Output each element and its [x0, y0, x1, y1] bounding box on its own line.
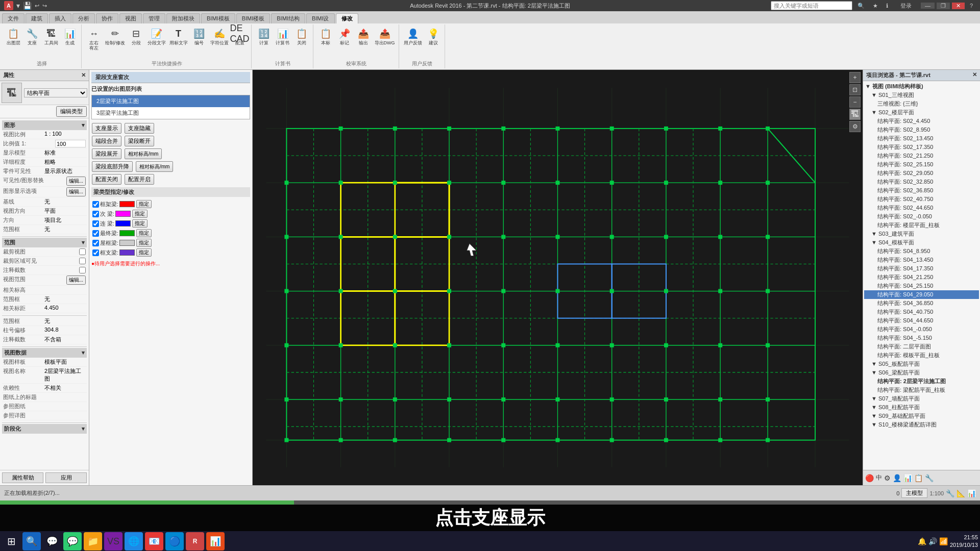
properties-close[interactable]: ✕: [81, 72, 86, 79]
main-model-btn[interactable]: 主模型: [901, 488, 927, 498]
taskbar-app-ppt[interactable]: 📊: [206, 532, 225, 550]
start-button[interactable]: ⊞: [2, 532, 20, 550]
btn-suggest[interactable]: 💡 建议: [424, 26, 443, 47]
pb-icon-4[interactable]: 👤: [893, 474, 901, 482]
tree-s04[interactable]: ▼ S04_模板平面: [864, 238, 979, 247]
status-icon-2[interactable]: 📐: [957, 489, 965, 497]
tree-s01[interactable]: ▼ S01_三维视图: [864, 91, 979, 99]
taskbar-app-search[interactable]: 🔍: [22, 532, 41, 550]
login-btn[interactable]: 登录: [897, 2, 915, 10]
tree-s04-template-col[interactable]: 结构平面: 模板平面_柱板: [864, 351, 979, 360]
checkbox-frame[interactable]: [92, 201, 99, 208]
btn-seg-text[interactable]: 📝 分段文字: [146, 26, 167, 47]
taskbar-app-blue[interactable]: 🔵: [165, 532, 184, 550]
match-close-btn[interactable]: 配置关闭: [92, 174, 121, 185]
close-btn[interactable]: ✕: [952, 3, 965, 9]
assign-conn-btn[interactable]: 指定: [132, 219, 148, 228]
quick-redo[interactable]: ↪: [42, 3, 47, 9]
merge-off-btn[interactable]: 梁段断开: [125, 136, 154, 146]
pb-icon-5[interactable]: 📊: [903, 474, 912, 482]
scale-input[interactable]: [55, 140, 86, 147]
btn-calc[interactable]: 🔢 计算: [255, 26, 273, 47]
tree-s04-40750[interactable]: 结构平面: S04_40.750: [864, 308, 979, 316]
btn-export-dwg[interactable]: 📤 导出DWG: [373, 26, 397, 47]
expand-bottom-btn[interactable]: 梁段底部升降: [92, 161, 133, 172]
tab-bimi-floor[interactable]: BIMI楼板: [236, 13, 271, 23]
btn-mark[interactable]: 📌 标记: [335, 26, 354, 47]
checkbox-transfer[interactable]: [92, 249, 99, 256]
tree-s03[interactable]: ▼ S03_建筑平面: [864, 230, 979, 238]
tree-s02-25150[interactable]: 结构平面: S02_25.150: [864, 160, 979, 169]
tree-s09[interactable]: ▼ S09_基础配筋平面: [864, 412, 979, 420]
quick-save[interactable]: 💾: [23, 2, 32, 10]
tab-guanli[interactable]: 管理: [143, 13, 165, 23]
assign-roof-btn[interactable]: 指定: [136, 239, 152, 247]
show-support-btn[interactable]: 支座显示: [92, 123, 121, 134]
project-browser-close[interactable]: ✕: [972, 71, 977, 79]
canvas-zoom-fit[interactable]: ⊡: [849, 84, 861, 95]
merge-segment-btn[interactable]: 端段合并: [92, 136, 121, 146]
tree-s04-36850[interactable]: 结构平面: S04_36.850: [864, 299, 979, 308]
crop-region-check[interactable]: [79, 248, 86, 256]
checkbox-final[interactable]: [92, 230, 99, 237]
edit-type-btn[interactable]: 编辑类型: [56, 106, 87, 117]
tab-shitu[interactable]: 视图: [119, 13, 142, 23]
assign-secondary-btn[interactable]: 指定: [132, 210, 148, 218]
tab-bimi-struct[interactable]: BIMI结构: [271, 13, 305, 23]
pb-icon-2[interactable]: 中: [876, 473, 882, 482]
cad-canvas-area[interactable]: + ⊡ − 🏗 ⚙: [253, 70, 863, 485]
match-open-btn[interactable]: 配置开启: [125, 174, 154, 185]
canvas-3d-view[interactable]: 🏗: [849, 109, 861, 120]
tree-s02-44650[interactable]: 结构平面: S02_44.650: [864, 204, 979, 212]
search-icon[interactable]: 🔍: [854, 3, 868, 9]
btn-draw-modify[interactable]: ✏ 绘制/修改: [104, 26, 127, 47]
btn-segment[interactable]: ⊟ 分段: [127, 26, 145, 47]
tree-s02-4450[interactable]: 结构平面: S02_4.450: [864, 117, 979, 126]
tree-s06[interactable]: ▼ S06_梁配筋平面: [864, 368, 979, 377]
bookmark-icon[interactable]: ★: [870, 3, 881, 9]
tree-s04-2f[interactable]: 结构平面: 二层平面图: [864, 342, 979, 351]
btn-standard[interactable]: 📋 本标: [316, 26, 335, 47]
btn-config[interactable]: DECAD 配置: [231, 26, 249, 47]
view-list-item-1[interactable]: 3层梁平法施工图: [92, 107, 250, 119]
checkbox-secondary[interactable]: [92, 211, 99, 217]
top-elev-btn[interactable]: 相对标高/mm: [125, 148, 162, 159]
tree-s06-beam-col[interactable]: 结构平面: 梁配筋平面_柱板: [864, 386, 979, 394]
tree-s02-floor-col[interactable]: 结构平面: 楼层平面_柱板: [864, 221, 979, 230]
crop-vis-check[interactable]: [79, 257, 86, 265]
help-btn[interactable]: ?: [967, 3, 976, 9]
taskbar-app-cortana[interactable]: 💬: [43, 532, 61, 550]
tab-modify[interactable]: 修改: [336, 13, 358, 23]
tree-s04-21250[interactable]: 结构平面: S04_21.250: [864, 273, 979, 282]
tree-s02-40750[interactable]: 结构平面: S02_40.750: [864, 195, 979, 204]
btn-user-feedback[interactable]: 👤 用户反馈: [402, 26, 424, 47]
tree-s02-8950[interactable]: 结构平面: S02_8.950: [864, 126, 979, 134]
tab-bimi-template[interactable]: BIMI模板: [201, 13, 235, 23]
visibility-edit-btn[interactable]: 编辑...: [66, 177, 86, 186]
btn-text[interactable]: T 用标文字: [168, 26, 189, 47]
tree-s04-neg0050[interactable]: 结构平面: S04_-0.050: [864, 325, 979, 334]
tree-s08[interactable]: ▼ S08_柱配筋平面: [864, 403, 979, 412]
canvas-settings[interactable]: ⚙: [849, 121, 861, 132]
phasing-section-header[interactable]: 阶段化 ▾: [2, 424, 87, 434]
tree-s04-8950[interactable]: 结构平面: S04_8.950: [864, 247, 979, 256]
assign-transfer-btn[interactable]: 指定: [136, 248, 152, 257]
annotation-crop-check[interactable]: [79, 266, 86, 274]
view-range-btn[interactable]: 编辑...: [66, 276, 86, 285]
status-icon-3[interactable]: 📊: [967, 489, 976, 497]
hide-support-btn[interactable]: 支座隐藏: [125, 123, 154, 134]
tree-s02-13450[interactable]: 结构平面: S02_13.450: [864, 134, 979, 143]
tree-s02[interactable]: ▼ S02_楼层平面: [864, 108, 979, 117]
prop-apply-btn[interactable]: 应用: [45, 472, 87, 483]
btn-left-right[interactable]: ↔ 左右有左: [85, 26, 103, 52]
tree-s02-17350[interactable]: 结构平面: S02_17.350: [864, 143, 979, 152]
taskbar-app-mail[interactable]: 📧: [145, 532, 163, 550]
tree-s04-13450[interactable]: 结构平面: S04_13.450: [864, 256, 979, 264]
canvas-zoom-out[interactable]: −: [849, 96, 861, 108]
pb-icon-6[interactable]: 📋: [914, 474, 923, 482]
btn-floor[interactable]: 📊 生成: [61, 26, 79, 47]
tree-s02-21250[interactable]: 结构平面: S02_21.250: [864, 152, 979, 160]
checkbox-roof[interactable]: [92, 240, 99, 246]
minimize-btn[interactable]: —: [921, 3, 935, 9]
btn-close-calc[interactable]: 📋 关闭: [292, 26, 311, 47]
